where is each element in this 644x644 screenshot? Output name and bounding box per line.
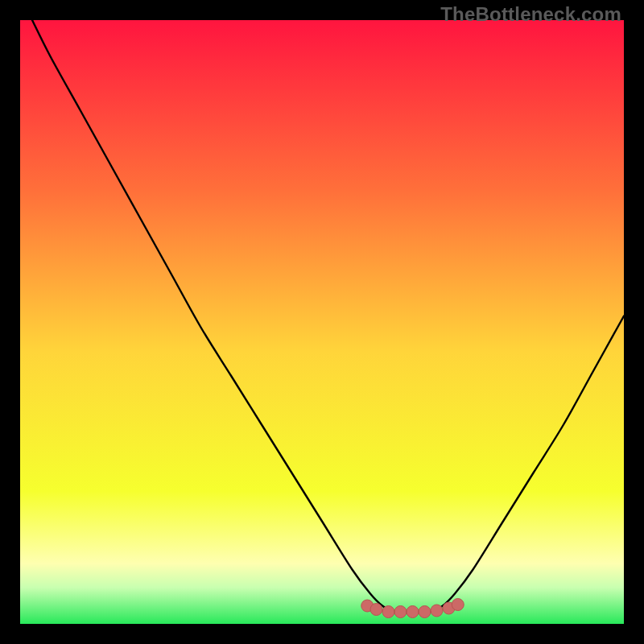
gradient-bg [20,20,624,624]
highlight-marker [452,599,464,611]
highlight-marker [370,604,382,616]
watermark-text: TheBottleneck.com [440,3,621,26]
highlight-marker [407,606,419,618]
highlight-marker [431,605,443,617]
plot-svg [20,20,624,624]
highlight-marker [394,606,407,618]
highlight-marker [382,606,394,618]
highlight-marker [419,606,431,618]
chart-stage: TheBottleneck.com [0,0,644,644]
plot-area [20,20,624,624]
